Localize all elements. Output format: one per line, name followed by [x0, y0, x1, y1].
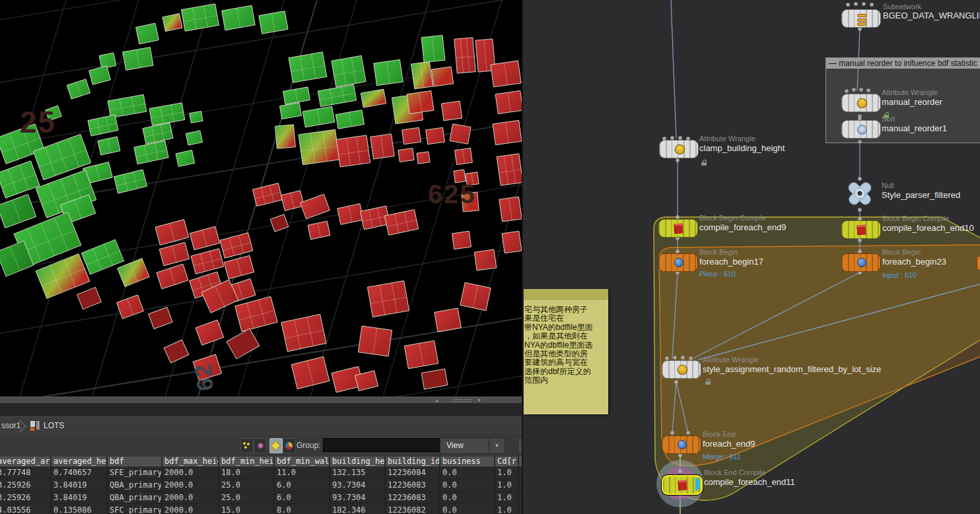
building: [318, 84, 356, 106]
column-header[interactable]: bdf: [108, 457, 162, 466]
compile-block-icon: [674, 224, 683, 234]
breadcrumb-parent[interactable]: ssor1: [0, 417, 20, 435]
breadcrumb-current[interactable]: LOTS: [44, 417, 64, 435]
node-style-parser-filtered[interactable]: Null Style_parser_filtered: [844, 179, 876, 211]
points-icon: [243, 442, 250, 449]
building: [336, 135, 370, 167]
lock-icon: [705, 379, 711, 385]
node-name-label: compile_foreach_end10: [882, 223, 974, 233]
group-input[interactable]: [323, 438, 440, 452]
network-box-title[interactable]: — manual reorder to inlfuence bdf statis…: [826, 58, 980, 69]
points-mode-button[interactable]: [240, 438, 254, 453]
column-header[interactable]: business: [440, 457, 495, 466]
node-name-label: BGEO_DATA_WRANGLING: [883, 11, 980, 20]
building: [426, 127, 445, 144]
column-header[interactable]: building_id: [386, 457, 440, 466]
primitives-mode-button[interactable]: [269, 438, 283, 453]
node-name-label: manual_reorder: [882, 97, 942, 107]
compile-block-icon: [678, 480, 687, 491]
houdini-window: 25 625 62 ▲ ▼ ssor1 LOTS Group: View ▼ I…: [0, 0, 980, 514]
detail-mode-button[interactable]: [283, 438, 296, 453]
table-cell: 8.0: [275, 504, 330, 514]
table-cell: SFC_primary: [108, 504, 162, 514]
table-cell: 1.0: [495, 504, 519, 514]
building: [162, 14, 182, 32]
column-header[interactable]: averaged_area: [0, 457, 52, 466]
building: [283, 87, 310, 104]
scene-viewport[interactable]: 25 625 62: [0, 0, 522, 397]
building: [0, 195, 36, 228]
building: [186, 131, 202, 145]
geometry-node-icon: [30, 421, 40, 431]
wrangle-icon: [856, 97, 869, 110]
building: [220, 233, 253, 258]
building: [0, 161, 40, 198]
table-cell: 25.0: [219, 479, 275, 491]
building: [289, 52, 327, 82]
table-cell: 15.0: [219, 504, 275, 514]
node-name-label: compile_foreach_end9: [699, 222, 787, 232]
building: [190, 226, 219, 249]
grid-label-25: 25: [20, 104, 56, 140]
table-cell: 12236083: [386, 492, 440, 503]
attribute-table[interactable]: averaged_areaaveraged_heighbdfbdf_max_he…: [0, 457, 522, 514]
column-header[interactable]: bdf_min_height: [219, 457, 275, 466]
building: [302, 106, 334, 127]
table-cell: 1.0: [495, 492, 519, 503]
table-cell: 2000.0: [162, 479, 219, 491]
node-type-label: Attribute Wrangle: [699, 135, 755, 143]
node-type-label: Sort: [882, 115, 895, 123]
building: [495, 91, 522, 114]
node-type-label: Attribute Wrangle: [882, 88, 938, 96]
sticky-note-header[interactable]: [524, 289, 608, 300]
sticky-note[interactable]: 宅与其他两种房子 果是住宅在 带NYA的bdffile里面 ，如果是其他则在 N…: [524, 289, 608, 414]
table-cell: 132.135: [330, 466, 386, 478]
primitive-icon: [271, 441, 281, 451]
building: [89, 66, 111, 84]
table-cell: 12236082: [386, 504, 440, 514]
node-type-label: Block Begin Compile: [882, 214, 950, 222]
node-name-label: foreach_begin23: [882, 257, 946, 267]
stow-grip-icon[interactable]: [453, 399, 472, 402]
building: [118, 259, 149, 287]
column-header[interactable]: Cd[r]: [495, 457, 519, 466]
column-header[interactable]: bdf_min_wall: [275, 457, 330, 466]
node-clipped-block-begin[interactable]: [977, 256, 980, 271]
building: [270, 214, 289, 232]
table-cell: 25.0: [219, 492, 275, 503]
wrangle-icon: [674, 143, 687, 156]
building: [493, 120, 522, 145]
building: [279, 103, 301, 119]
building: [159, 242, 189, 265]
node-type-label: Subnetwork: [883, 3, 921, 11]
building: [337, 204, 363, 225]
building: [224, 255, 254, 278]
view-dropdown[interactable]: View: [440, 437, 495, 454]
building: [291, 357, 330, 389]
column-header[interactable]: building_height: [330, 457, 386, 466]
building: [491, 61, 521, 87]
table-cell: 0.0: [440, 479, 495, 491]
table-row: 4.035560.135086SFC_primary2000.015.08.01…: [0, 504, 522, 514]
building: [370, 134, 394, 159]
block-end-icon: [678, 440, 687, 449]
table-cell: 3.77748: [0, 466, 52, 478]
table-row: 3.777480.740657SFE_primary2000.018.011.0…: [0, 466, 522, 479]
table-cell: 0.740657: [52, 466, 108, 478]
chevron-right-icon: [18, 420, 26, 432]
building: [335, 110, 364, 129]
table-header-row: averaged_areaaveraged_heighbdfbdf_max_he…: [0, 457, 522, 466]
display-flag[interactable]: [695, 478, 700, 491]
column-header[interactable]: averaged_heigh: [52, 457, 108, 466]
dropdown-arrow-icon[interactable]: ▼: [489, 437, 505, 454]
building: [441, 101, 462, 121]
building: [407, 91, 434, 114]
network-editor-pane[interactable]: — manual reorder to inlfuence bdf statis…: [522, 0, 980, 514]
column-header[interactable]: bdf_max_heigh: [162, 457, 219, 466]
wrangle-icon: [676, 364, 689, 377]
table-cell: 11.0: [275, 466, 330, 478]
vertices-mode-button[interactable]: [254, 438, 267, 453]
building: [67, 79, 90, 99]
input-badge: Input : 610: [882, 271, 917, 279]
table-cell: 18.0: [219, 466, 275, 478]
